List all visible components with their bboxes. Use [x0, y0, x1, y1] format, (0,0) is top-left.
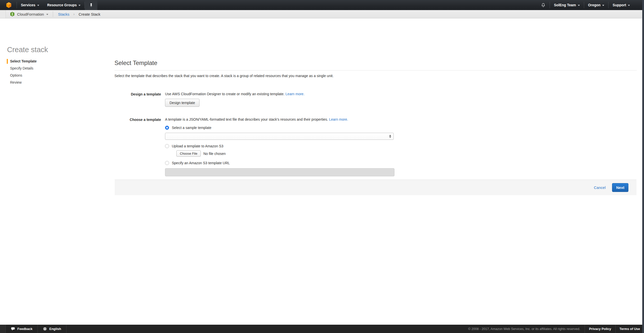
chevron-down-icon: [78, 5, 80, 6]
breadcrumb: CloudFormation Stacks › Create Stack: [0, 10, 644, 18]
breadcrumb-current-page: Create Stack: [75, 12, 100, 16]
footer-divider: [66, 325, 66, 333]
design-template-button[interactable]: Design template: [165, 99, 199, 107]
section-intro-text: Select the template that describes the s…: [114, 74, 637, 78]
wizard-action-bar: Cancel Next: [115, 180, 636, 195]
breadcrumb-service-label: CloudFormation: [17, 12, 44, 16]
language-button[interactable]: English: [38, 325, 66, 333]
account-menu[interactable]: SolEng Team: [550, 0, 584, 10]
radio-specify-url[interactable]: Specify an Amazon S3 template URL: [165, 161, 637, 165]
step-specify-details[interactable]: Specify Details: [7, 66, 37, 70]
heading-divider: [114, 70, 637, 71]
footer-left-spacer: [0, 325, 6, 333]
services-menu[interactable]: Services: [17, 0, 43, 10]
feedback-label: Feedback: [17, 327, 32, 331]
file-upload-control: Choose File No file chosen: [176, 150, 637, 157]
chevron-down-icon: [628, 5, 630, 6]
pushpin-icon: [89, 3, 93, 7]
breadcrumb-separator: ›: [72, 12, 76, 16]
feedback-button[interactable]: Feedback: [6, 325, 37, 333]
cancel-button[interactable]: Cancel: [594, 185, 606, 190]
globe-icon: [43, 327, 47, 331]
choose-learn-more-link[interactable]: Learn more.: [329, 117, 348, 121]
choose-file-button[interactable]: Choose File: [176, 150, 201, 157]
region-menu[interactable]: Oregon: [584, 0, 609, 10]
aws-cube-icon: [6, 2, 12, 8]
design-template-row: Design a template Use AWS CloudFormation…: [114, 92, 637, 107]
pin-shortcuts-button[interactable]: [85, 0, 97, 10]
next-button[interactable]: Next: [612, 183, 628, 192]
page-title: Create stack: [7, 46, 48, 54]
radio-button-selected[interactable]: [165, 126, 169, 130]
design-template-label: Design a template: [114, 92, 161, 107]
step-review[interactable]: Review: [7, 81, 37, 84]
main-content-area: Create stack Select Template Specify Det…: [0, 18, 644, 325]
support-label: Support: [613, 3, 626, 7]
step-select-template[interactable]: Select Template: [7, 59, 37, 63]
file-status-text: No file chosen: [203, 152, 226, 156]
radio-button-unselected[interactable]: [165, 144, 169, 148]
terms-of-use-link[interactable]: Terms of Use: [616, 325, 644, 333]
radio-specify-url-label: Specify an Amazon S3 template URL: [172, 161, 230, 165]
wizard-steps: Select Template Specify Details Options …: [7, 59, 37, 88]
choose-template-description: A template is a JSON/YAML-formatted text…: [165, 117, 328, 121]
breadcrumb-stacks-link[interactable]: Stacks: [53, 12, 72, 16]
radio-button-unselected[interactable]: [165, 161, 169, 165]
radio-select-sample-template[interactable]: Select a sample template: [165, 126, 637, 130]
resource-groups-menu[interactable]: Resource Groups: [43, 0, 85, 10]
bell-icon: [541, 3, 546, 8]
support-menu[interactable]: Support: [609, 0, 634, 10]
top-navigation-bar: Services Resource Groups SolEng Team: [0, 0, 644, 10]
select-template-panel: Select Template Select the template that…: [114, 59, 637, 187]
design-learn-more-link[interactable]: Learn more.: [286, 92, 304, 96]
notifications-button[interactable]: [537, 0, 550, 10]
choose-template-label: Choose a template: [114, 117, 161, 176]
language-label: English: [49, 327, 61, 331]
copyright-text: © 2008 - 2017, Amazon Web Services, Inc.…: [464, 327, 585, 331]
aws-logo[interactable]: [0, 0, 17, 10]
account-label: SolEng Team: [554, 3, 576, 7]
design-template-description: Use AWS CloudFormation Designer to creat…: [165, 92, 285, 96]
section-heading: Select Template: [114, 59, 637, 66]
console-footer: Feedback English © 2008 - 2017, Amazon W…: [0, 325, 644, 333]
breadcrumb-left-spacer: [0, 10, 6, 18]
choose-template-row: Choose a template A template is a JSON/Y…: [114, 117, 637, 176]
resource-groups-label: Resource Groups: [47, 3, 77, 7]
radio-upload-template[interactable]: Upload a template to Amazon S3: [165, 144, 637, 148]
chevron-down-icon: [602, 5, 604, 6]
chevron-down-icon: [37, 5, 39, 6]
chevron-down-icon: [578, 5, 580, 6]
chevron-down-icon: [46, 14, 48, 15]
speech-bubble-icon: [11, 327, 15, 331]
cloudformation-service-menu[interactable]: CloudFormation: [6, 10, 53, 18]
services-label: Services: [21, 3, 35, 7]
radio-upload-template-label: Upload a template to Amazon S3: [172, 144, 223, 148]
radio-sample-template-label: Select a sample template: [172, 126, 211, 130]
cloudformation-icon: [10, 12, 15, 17]
template-url-input[interactable]: [165, 168, 394, 176]
select-stepper-icon: [389, 135, 391, 138]
region-label: Oregon: [588, 3, 601, 7]
step-options[interactable]: Options: [7, 74, 37, 77]
browser-scrollbar[interactable]: [642, 0, 644, 333]
sample-template-select[interactable]: [165, 133, 394, 140]
privacy-policy-link[interactable]: Privacy Policy: [585, 325, 615, 333]
